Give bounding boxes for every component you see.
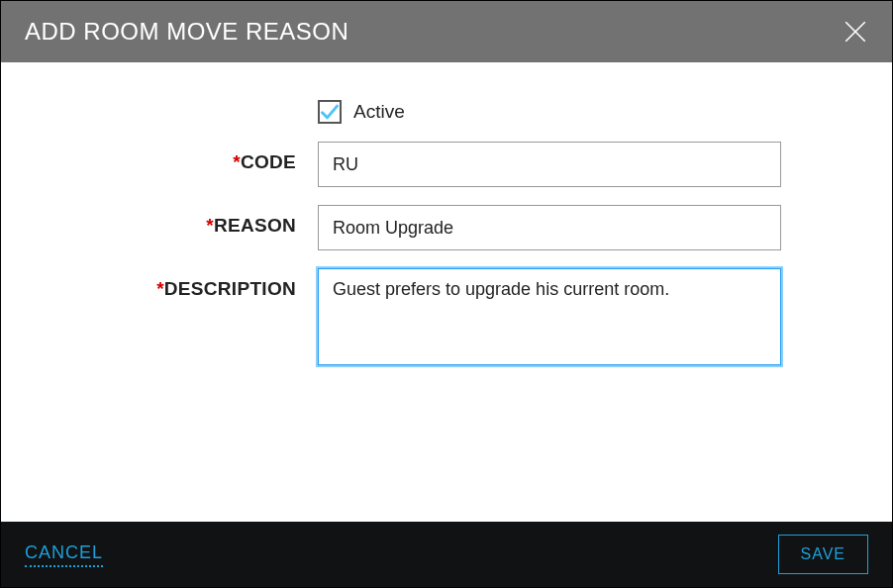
dialog-header: ADD ROOM MOVE REASON <box>1 1 892 62</box>
active-checkbox-group: Active <box>318 92 781 124</box>
code-label: *CODE <box>31 142 318 173</box>
reason-input[interactable] <box>318 205 781 250</box>
save-button[interactable]: SAVE <box>778 535 869 574</box>
dialog-footer: CANCEL SAVE <box>1 522 892 587</box>
reason-row: *REASON <box>31 205 813 250</box>
description-label: *DESCRIPTION <box>31 268 318 300</box>
reason-label: *REASON <box>31 205 318 237</box>
active-label: Active <box>353 101 405 123</box>
checkmark-icon <box>320 102 340 122</box>
code-row: *CODE <box>31 142 813 187</box>
dialog-body: Active *CODE *REASON *DESCRIPTION <box>1 62 892 522</box>
dialog-title: ADD ROOM MOVE REASON <box>25 18 348 46</box>
add-room-move-reason-dialog: ADD ROOM MOVE REASON Active <box>0 0 893 588</box>
description-row: *DESCRIPTION <box>31 268 813 369</box>
required-asterisk: * <box>233 151 241 172</box>
code-input[interactable] <box>318 142 781 187</box>
required-asterisk: * <box>206 215 214 236</box>
active-row: Active <box>31 92 813 124</box>
required-asterisk: * <box>156 278 164 299</box>
close-icon[interactable] <box>843 19 868 45</box>
cancel-button[interactable]: CANCEL <box>25 542 103 567</box>
active-label-spacer <box>31 92 318 102</box>
active-checkbox[interactable] <box>318 100 342 124</box>
description-textarea[interactable] <box>318 268 781 365</box>
